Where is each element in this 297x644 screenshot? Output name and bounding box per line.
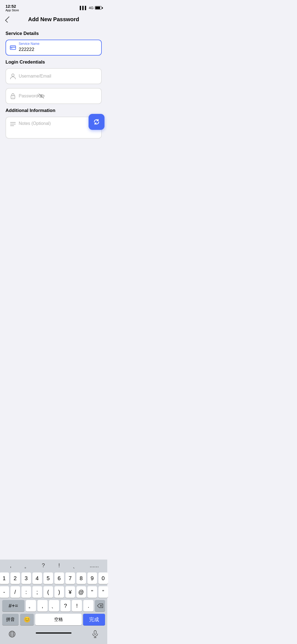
login-credentials-section: Login Credentials Username/Email Passwor…: [6, 59, 102, 104]
notes-placeholder: Notes (Optional): [19, 121, 51, 126]
svg-rect-1: [10, 47, 16, 48]
svg-line-6: [39, 94, 44, 98]
eye-icon[interactable]: [38, 93, 45, 99]
notes-field[interactable]: Notes (Optional): [6, 117, 102, 139]
app-store-label: App Store: [6, 9, 19, 12]
generate-password-button[interactable]: [89, 114, 105, 130]
service-name-floating-label: Service Name: [19, 42, 39, 46]
battery-icon: [95, 6, 102, 10]
password-icon: [10, 93, 16, 99]
username-placeholder: Username/Email: [19, 74, 51, 79]
battery-fill: [95, 7, 100, 9]
status-bar: 12:52 App Store ▌▌▌ 4G: [0, 0, 107, 13]
notes-icon: [10, 122, 16, 128]
status-left: 12:52 App Store: [6, 4, 19, 12]
network-icon: 4G: [89, 6, 94, 10]
back-chevron-icon: [5, 16, 12, 23]
back-button[interactable]: [6, 16, 11, 23]
page-title: Add New Password: [28, 16, 79, 23]
svg-rect-2: [11, 48, 12, 48]
service-name-field[interactable]: Service Name: [6, 40, 102, 56]
additional-info-section: Additional Information Notes (Optional): [6, 108, 102, 139]
svg-point-3: [12, 74, 14, 76]
login-credentials-label: Login Credentials: [6, 59, 102, 65]
svg-rect-0: [10, 46, 16, 50]
status-time: 12:52: [6, 4, 16, 9]
status-icons: ▌▌▌ 4G: [80, 6, 102, 10]
form-container: Service Details Service Name Login Crede…: [0, 25, 107, 148]
svg-point-5: [13, 97, 13, 98]
username-field[interactable]: Username/Email: [6, 68, 102, 84]
service-name-icon: [10, 45, 16, 51]
password-placeholder: Password: [19, 94, 38, 98]
username-icon: [10, 73, 16, 79]
notes-wrapper: Notes (Optional): [6, 117, 102, 139]
service-details-label: Service Details: [6, 31, 102, 36]
nav-bar: Add New Password: [0, 13, 107, 25]
additional-info-label: Additional Information: [6, 108, 102, 113]
password-field[interactable]: Password: [6, 88, 102, 104]
signal-icon: ▌▌▌: [80, 6, 87, 10]
service-details-section: Service Details Service Name: [6, 31, 102, 56]
